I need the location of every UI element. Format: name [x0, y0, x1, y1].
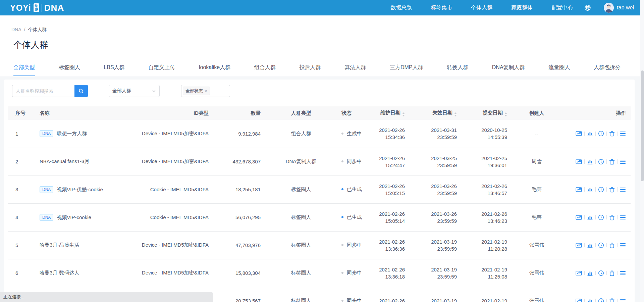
expire-date-line: 2021-03-19 [410, 297, 457, 302]
trend-chart-icon[interactable] [576, 214, 582, 220]
column-header-expire[interactable]: 失效日期 [408, 106, 460, 120]
delete-icon[interactable] [609, 298, 615, 302]
connection-status-toast: 正在连接... [0, 292, 213, 302]
bar-chart-icon[interactable] [587, 242, 593, 248]
bar-chart-icon[interactable] [587, 298, 593, 302]
tab-1[interactable]: 全部类型 [13, 64, 35, 76]
more-menu-icon[interactable] [620, 187, 626, 192]
more-menu-icon[interactable] [620, 270, 626, 276]
cell-creator: 毛芸 [510, 203, 564, 231]
status-text: 生成中 [347, 131, 362, 136]
search-button[interactable] [74, 85, 88, 97]
more-menu-icon[interactable] [620, 243, 626, 248]
scrollbar-thumb[interactable] [641, 70, 644, 181]
row-actions [566, 214, 626, 220]
cell-status: 已生成 [339, 175, 376, 203]
search-input[interactable] [12, 85, 74, 97]
table-row: 3DNA视频VIP-优酷-cookieCookie - IMEI_MD5&IDF… [8, 175, 631, 203]
cell-count: 9,912,984 [211, 120, 263, 148]
page-scrollbar[interactable] [640, 0, 644, 302]
cell-maintain-date: 2021-02-2615:24:47 [376, 148, 408, 175]
clock-icon[interactable] [598, 131, 604, 137]
row-actions [566, 131, 626, 137]
delete-icon[interactable] [609, 159, 615, 165]
clock-icon[interactable] [598, 242, 604, 248]
clock-icon[interactable] [598, 159, 604, 165]
delete-icon[interactable] [609, 270, 615, 276]
sort-icon[interactable] [402, 112, 405, 116]
tab-7[interactable]: 投后人群 [300, 64, 321, 76]
status-dot [341, 216, 343, 218]
trend-chart-icon[interactable] [576, 131, 582, 137]
trend-chart-icon[interactable] [576, 187, 582, 193]
tag-close-icon[interactable]: × [205, 89, 207, 93]
nav-item-3[interactable]: 个体人群 [471, 4, 492, 11]
trend-chart-icon[interactable] [576, 270, 582, 276]
table-card: 全部人群 全部状态 × 序号名称ID类型数 [4, 80, 635, 302]
column-header-status: 状态 [339, 106, 376, 120]
brand-logo[interactable]: YOYi 悠易 DNA [10, 3, 64, 13]
tab-11[interactable]: DNA复制人群 [492, 64, 525, 76]
page-title: 个体人群 [13, 39, 644, 50]
delete-icon[interactable] [609, 214, 615, 220]
trend-chart-icon[interactable] [576, 159, 582, 165]
cell-id-type: Device - IMEI MD5加密&IDFA [117, 120, 211, 148]
expire-time-line: 23:59:59 [410, 162, 457, 169]
maintain-time-line: 15:24:47 [378, 162, 405, 169]
user-menu[interactable]: tao.wei [604, 3, 634, 13]
more-menu-icon[interactable] [620, 159, 626, 164]
column-header-maintain[interactable]: 维护日期 [376, 106, 408, 120]
tab-3[interactable]: LBS人群 [104, 64, 124, 76]
status-dot [341, 133, 343, 135]
clock-icon[interactable] [598, 187, 604, 193]
delete-icon[interactable] [609, 131, 615, 137]
tab-8[interactable]: 算法人群 [344, 64, 366, 76]
tab-10[interactable]: 转换人群 [447, 64, 468, 76]
trend-chart-icon[interactable] [576, 298, 582, 302]
tab-5[interactable]: lookalike人群 [199, 64, 230, 76]
bar-chart-icon[interactable] [587, 214, 593, 220]
trend-chart-icon[interactable] [576, 242, 582, 248]
tab-12[interactable]: 流量圈人 [548, 64, 570, 76]
crowd-name: 哈曼3月-数码达人 [40, 270, 79, 275]
bar-chart-icon[interactable] [587, 187, 593, 193]
status-filter-select[interactable]: 全部状态 × [181, 85, 230, 97]
action-separator [595, 243, 596, 247]
tab-4[interactable]: 自定义上传 [148, 64, 175, 76]
cell-creator: -- [510, 120, 564, 148]
filter-row: 全部人群 全部状态 × [8, 85, 631, 97]
submit-date-line: 2021-02-19 [462, 238, 507, 245]
delete-icon[interactable] [609, 242, 615, 248]
language-globe-icon[interactable] [584, 4, 591, 11]
nav-item-4[interactable]: 家庭群体 [511, 4, 533, 11]
more-menu-icon[interactable] [620, 298, 626, 302]
delete-icon[interactable] [609, 187, 615, 193]
cell-expire-date: 2021-03-3123:59:59 [408, 120, 460, 148]
more-menu-icon[interactable] [620, 131, 626, 136]
bar-chart-icon[interactable] [587, 270, 593, 276]
column-header-seq: 序号 [8, 106, 37, 120]
sort-icon[interactable] [454, 112, 457, 116]
tab-2[interactable]: 标签圈人 [59, 64, 80, 76]
nav-item-5[interactable]: 配置中心 [551, 4, 573, 11]
sort-icon[interactable] [504, 112, 507, 116]
nav-item-1[interactable]: 数据总览 [390, 4, 412, 11]
clock-icon[interactable] [598, 214, 604, 220]
action-separator [584, 132, 585, 136]
breadcrumb-root[interactable]: DNA [11, 27, 21, 32]
crowd-type-select[interactable]: 全部人群 [109, 85, 160, 97]
bar-chart-icon[interactable] [587, 159, 593, 165]
status-dot [341, 160, 343, 162]
clock-icon[interactable] [598, 270, 604, 276]
tab-9[interactable]: 三方DMP人群 [390, 64, 423, 76]
maintain-time-line: 15:05:15 [378, 190, 405, 197]
column-header-submit[interactable]: 提交日期 [460, 106, 510, 120]
user-avatar [604, 3, 614, 13]
tab-6[interactable]: 组合人群 [254, 64, 276, 76]
cell-status: 同步中 [339, 148, 376, 175]
clock-icon[interactable] [598, 298, 604, 302]
nav-item-2[interactable]: 标签集市 [431, 4, 452, 11]
bar-chart-icon[interactable] [587, 131, 593, 137]
more-menu-icon[interactable] [620, 215, 626, 220]
tab-13[interactable]: 人群包拆分 [594, 64, 621, 76]
